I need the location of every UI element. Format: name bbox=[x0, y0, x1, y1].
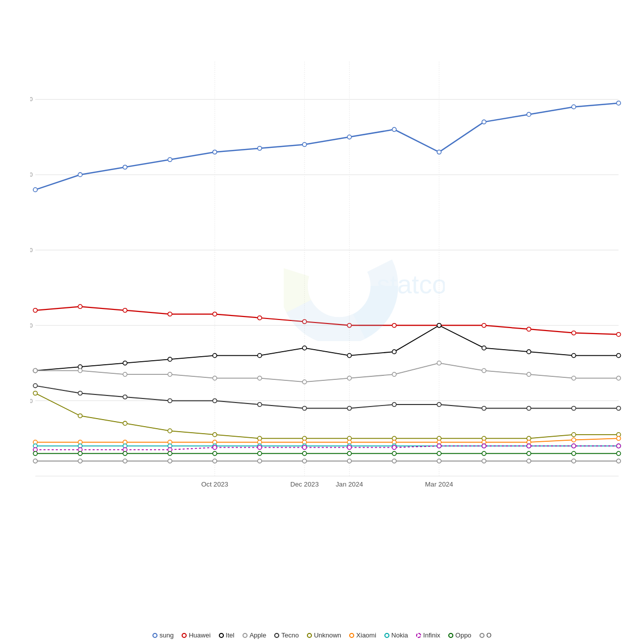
svg-point-162 bbox=[572, 451, 576, 455]
svg-point-157 bbox=[347, 451, 351, 455]
svg-text:20: 20 bbox=[30, 323, 33, 329]
svg-point-90 bbox=[482, 406, 486, 410]
svg-point-168 bbox=[213, 459, 217, 463]
svg-point-71 bbox=[258, 376, 262, 380]
svg-point-80 bbox=[33, 383, 37, 387]
svg-point-42 bbox=[213, 312, 217, 316]
svg-point-147 bbox=[527, 444, 531, 448]
svg-point-164 bbox=[33, 459, 37, 463]
svg-point-44 bbox=[302, 319, 306, 324]
svg-point-94 bbox=[33, 391, 37, 395]
svg-point-28 bbox=[213, 150, 217, 154]
legend-label: Apple bbox=[250, 631, 266, 639]
legend-item: O bbox=[479, 631, 492, 639]
legend-label: O bbox=[487, 631, 492, 639]
svg-point-34 bbox=[482, 120, 486, 124]
svg-point-24 bbox=[33, 188, 37, 192]
svg-point-159 bbox=[437, 451, 441, 455]
chart-container: statcounter 1020304050Oct 2023Dec 2023Ja… bbox=[0, 0, 644, 644]
legend-item: Apple bbox=[243, 631, 266, 639]
legend-item: Infinix bbox=[416, 631, 440, 639]
svg-point-170 bbox=[302, 459, 306, 463]
legend-item: Unknown bbox=[307, 631, 341, 639]
svg-point-30 bbox=[302, 142, 306, 146]
svg-point-41 bbox=[168, 312, 172, 316]
svg-point-40 bbox=[123, 308, 127, 312]
chart-area: statcounter 1020304050Oct 2023Dec 2023Ja… bbox=[30, 15, 634, 558]
svg-point-56 bbox=[213, 354, 217, 358]
svg-point-27 bbox=[168, 157, 172, 162]
svg-point-67 bbox=[78, 369, 82, 373]
svg-text:Dec 2023: Dec 2023 bbox=[290, 480, 319, 488]
svg-point-173 bbox=[437, 459, 441, 463]
svg-point-89 bbox=[437, 403, 441, 407]
svg-point-166 bbox=[123, 459, 127, 463]
legend-label: Nokia bbox=[391, 631, 408, 639]
svg-text:Mar 2024: Mar 2024 bbox=[425, 480, 453, 488]
svg-point-150 bbox=[33, 451, 37, 455]
svg-point-74 bbox=[392, 372, 396, 376]
svg-point-61 bbox=[437, 324, 441, 328]
svg-point-155 bbox=[258, 451, 262, 455]
svg-point-55 bbox=[168, 357, 172, 361]
svg-point-93 bbox=[616, 406, 620, 410]
svg-point-167 bbox=[168, 459, 172, 463]
legend-label: Huawei bbox=[189, 631, 210, 639]
svg-point-69 bbox=[168, 372, 172, 376]
svg-point-72 bbox=[302, 380, 306, 384]
svg-point-143 bbox=[347, 445, 351, 449]
svg-point-81 bbox=[78, 391, 82, 395]
svg-point-43 bbox=[258, 316, 262, 320]
svg-point-175 bbox=[527, 459, 531, 463]
svg-point-161 bbox=[527, 451, 531, 455]
svg-point-87 bbox=[347, 406, 351, 410]
svg-point-106 bbox=[572, 433, 576, 437]
svg-point-39 bbox=[78, 304, 82, 308]
svg-point-158 bbox=[392, 451, 396, 455]
svg-point-46 bbox=[392, 324, 396, 328]
line-chart: 1020304050Oct 2023Dec 2023Jan 2024Mar 20… bbox=[30, 15, 634, 558]
svg-point-98 bbox=[213, 433, 217, 437]
svg-point-86 bbox=[302, 406, 306, 410]
legend-label: Xiaomi bbox=[356, 631, 376, 639]
legend-label: Itel bbox=[226, 631, 234, 639]
svg-point-73 bbox=[347, 376, 351, 380]
svg-point-169 bbox=[258, 459, 262, 463]
svg-point-70 bbox=[213, 376, 217, 380]
svg-point-51 bbox=[616, 333, 620, 337]
svg-point-60 bbox=[392, 350, 396, 354]
svg-point-33 bbox=[437, 150, 441, 154]
legend-label: sung bbox=[159, 631, 174, 639]
legend-label: Infinix bbox=[423, 631, 440, 639]
svg-point-32 bbox=[392, 127, 396, 131]
svg-point-96 bbox=[123, 421, 127, 425]
svg-point-156 bbox=[302, 451, 306, 455]
svg-point-31 bbox=[347, 135, 351, 139]
svg-point-88 bbox=[392, 403, 396, 407]
legend-item: sung bbox=[152, 631, 174, 639]
legend-item: Huawei bbox=[182, 631, 210, 639]
svg-point-160 bbox=[482, 451, 486, 455]
svg-point-65 bbox=[616, 354, 620, 358]
svg-text:30: 30 bbox=[30, 247, 33, 253]
svg-point-148 bbox=[572, 444, 576, 448]
svg-point-142 bbox=[302, 445, 306, 449]
svg-point-144 bbox=[392, 445, 396, 449]
svg-point-149 bbox=[616, 444, 620, 448]
svg-point-146 bbox=[482, 444, 486, 448]
svg-point-25 bbox=[78, 173, 82, 177]
svg-point-38 bbox=[33, 308, 37, 312]
svg-point-29 bbox=[258, 146, 262, 150]
svg-point-176 bbox=[572, 459, 576, 463]
svg-point-141 bbox=[258, 445, 262, 449]
svg-point-84 bbox=[213, 398, 217, 403]
svg-text:10: 10 bbox=[30, 398, 33, 404]
legend: sung Huawei Itel Apple Tecno Unknown Xia… bbox=[0, 626, 644, 644]
svg-point-152 bbox=[123, 451, 127, 455]
svg-point-92 bbox=[572, 406, 576, 410]
svg-point-171 bbox=[347, 459, 351, 463]
svg-point-121 bbox=[616, 436, 620, 440]
svg-point-45 bbox=[347, 324, 351, 328]
legend-item: Itel bbox=[219, 631, 234, 639]
svg-point-35 bbox=[527, 112, 531, 116]
